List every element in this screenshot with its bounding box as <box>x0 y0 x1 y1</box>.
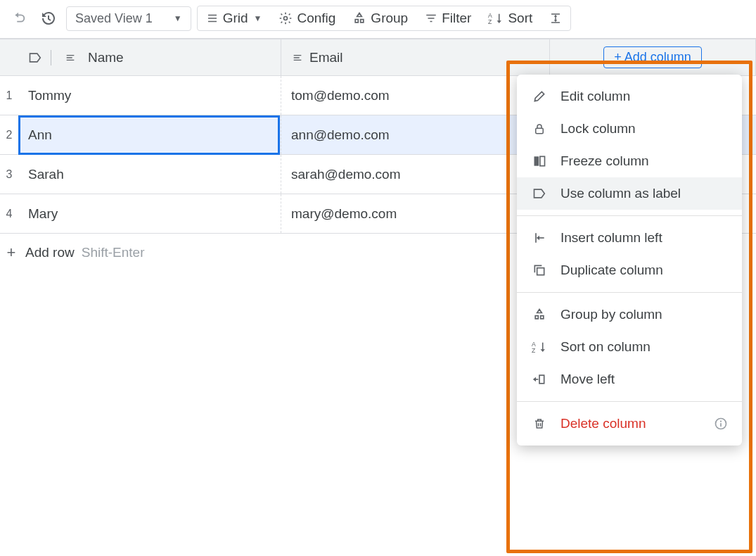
toolbar: Saved View 1 ▼ Grid ▼ Config Group Filte… <box>0 0 756 39</box>
ctx-item-label: Move left <box>560 372 615 387</box>
grid-label: Grid <box>223 11 248 26</box>
rownum-header <box>0 39 18 75</box>
row-number: 3 <box>0 155 18 194</box>
tag-icon <box>28 51 42 65</box>
row-number: 2 <box>0 115 18 154</box>
redo-button[interactable] <box>7 6 31 30</box>
grid-view-button[interactable]: Grid ▼ <box>203 9 265 27</box>
cell-email[interactable]: tom@demo.com <box>281 76 550 115</box>
ctx-move-left[interactable]: Move left <box>517 363 742 396</box>
svg-rect-5 <box>540 156 545 165</box>
sort-button[interactable]: AZ Sort <box>485 9 535 27</box>
ctx-item-label: Freeze column <box>560 153 649 169</box>
freeze-icon <box>531 154 548 168</box>
svg-rect-9 <box>539 375 544 384</box>
svg-text:Z: Z <box>488 18 492 25</box>
cell-name[interactable]: Tommy <box>18 76 281 115</box>
ctx-duplicate[interactable]: Duplicate column <box>517 254 742 286</box>
config-button[interactable]: Config <box>276 9 338 27</box>
ctx-item-label: Delete column <box>560 416 646 431</box>
menu-separator <box>517 292 742 293</box>
plus-icon: + <box>4 244 18 262</box>
group-button[interactable]: Group <box>350 9 411 27</box>
ctx-use-as-label[interactable]: Use column as label <box>517 177 742 210</box>
saved-view-label: Saved View 1 <box>75 11 153 26</box>
ctx-item-label: Edit column <box>560 89 630 104</box>
column-email-label: Email <box>309 50 343 65</box>
column-name-label: Name <box>88 50 124 65</box>
header-row: Name Email + Add column <box>0 39 756 76</box>
redo-icon <box>11 11 27 26</box>
column-header-email[interactable]: Email <box>281 39 550 75</box>
cell-name[interactable]: Ann <box>18 115 281 154</box>
row-number: 1 <box>0 76 18 115</box>
sort-az-icon: AZ <box>488 11 504 25</box>
ctx-item-label: Sort on column <box>560 339 651 355</box>
view-tools: Grid ▼ Config Group Filter AZ Sort <box>197 6 572 31</box>
pencil-icon <box>531 89 548 103</box>
svg-rect-4 <box>534 156 539 165</box>
info-icon <box>714 417 728 431</box>
cell-name[interactable]: Mary <box>18 194 281 233</box>
menu-separator <box>517 401 742 402</box>
history-icon <box>40 10 57 27</box>
move-left-icon <box>531 372 548 386</box>
ctx-item-label: Group by column <box>560 307 662 322</box>
svg-text:Z: Z <box>532 347 535 354</box>
column-header-name[interactable]: Name <box>18 39 281 75</box>
chevron-down-icon: ▼ <box>254 13 262 23</box>
svg-rect-6 <box>537 268 544 275</box>
add-row-hint: Shift-Enter <box>82 245 145 260</box>
gear-icon <box>278 11 293 25</box>
column-context-menu: Edit column Lock column Freeze column Us… <box>517 75 742 446</box>
history-button[interactable] <box>37 6 60 30</box>
config-label: Config <box>297 11 335 26</box>
filter-icon <box>425 12 437 25</box>
filter-button[interactable]: Filter <box>422 9 474 27</box>
saved-view-selector[interactable]: Saved View 1 ▼ <box>66 6 191 31</box>
group-label: Group <box>371 11 408 26</box>
cell-email[interactable]: ann@demo.com <box>281 115 550 154</box>
add-column-label: + Add column <box>614 50 691 65</box>
svg-rect-12 <box>720 423 722 427</box>
add-column-button[interactable]: + Add column <box>603 46 702 68</box>
sort-label: Sort <box>508 11 532 26</box>
svg-rect-3 <box>536 128 544 134</box>
svg-point-11 <box>720 421 722 422</box>
chevron-down-icon: ▼ <box>174 13 182 23</box>
ctx-edit-column[interactable]: Edit column <box>517 80 742 113</box>
add-row-label: Add row <box>25 245 75 260</box>
filter-label: Filter <box>442 11 471 26</box>
ctx-sort-on[interactable]: AZ Sort on column <box>517 331 742 363</box>
list-icon <box>206 12 219 25</box>
row-height-icon <box>549 11 562 25</box>
sort-az-icon: AZ <box>531 340 548 354</box>
ctx-item-label: Use column as label <box>560 186 681 201</box>
ctx-group-by[interactable]: Group by column <box>517 298 742 331</box>
lock-icon <box>531 122 548 136</box>
group-icon <box>352 11 366 25</box>
ctx-lock-column[interactable]: Lock column <box>517 113 742 145</box>
trash-icon <box>531 417 548 431</box>
cell-email[interactable]: mary@demo.com <box>281 194 550 233</box>
ctx-insert-left[interactable]: Insert column left <box>517 222 742 254</box>
menu-separator <box>517 215 742 216</box>
row-height-button[interactable] <box>546 10 565 27</box>
add-column-cell: + Add column <box>550 39 756 75</box>
insert-left-icon <box>531 231 548 245</box>
ctx-item-label: Insert column left <box>560 230 662 246</box>
tag-icon <box>531 187 548 200</box>
text-icon <box>64 52 77 63</box>
ctx-freeze-column[interactable]: Freeze column <box>517 145 742 177</box>
text-icon <box>291 52 304 63</box>
cell-email[interactable]: sarah@demo.com <box>281 155 550 194</box>
row-number: 4 <box>0 194 18 233</box>
duplicate-icon <box>531 263 548 277</box>
group-icon <box>531 308 548 322</box>
ctx-delete-column[interactable]: Delete column <box>517 407 742 440</box>
divider <box>51 50 51 65</box>
ctx-item-label: Lock column <box>560 121 636 137</box>
cell-name[interactable]: Sarah <box>18 155 281 194</box>
svg-point-0 <box>284 17 288 20</box>
ctx-item-label: Duplicate column <box>560 263 663 278</box>
